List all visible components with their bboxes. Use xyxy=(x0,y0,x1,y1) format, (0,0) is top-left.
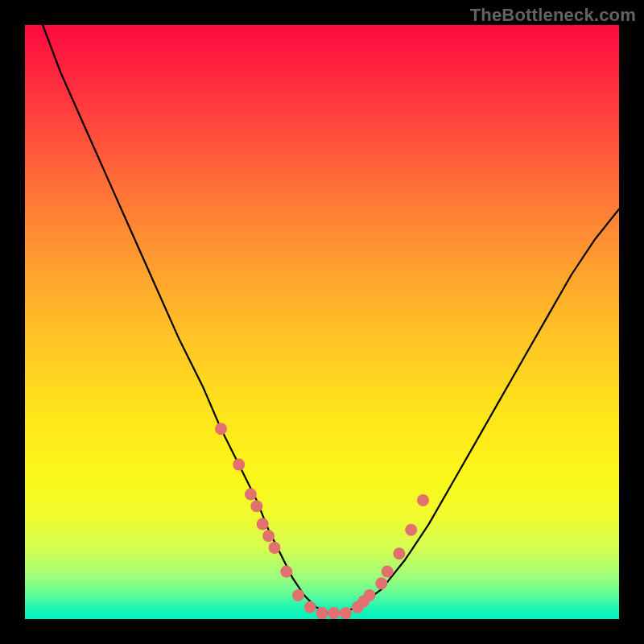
highlight-dot xyxy=(340,607,352,619)
highlight-dot xyxy=(262,530,275,542)
watermark-text: TheBottleneck.com xyxy=(470,5,636,26)
highlight-dot xyxy=(375,577,387,589)
highlight-dot xyxy=(316,607,328,619)
highlight-dot xyxy=(364,589,376,601)
highlight-dot xyxy=(304,601,316,613)
highlight-dots-group xyxy=(215,423,429,619)
highlight-dot xyxy=(292,589,304,601)
highlight-dot xyxy=(250,500,262,512)
bottleneck-curve-line xyxy=(43,25,619,613)
highlight-dot xyxy=(257,518,269,530)
chart-frame: TheBottleneck.com xyxy=(0,0,644,644)
highlight-dot xyxy=(328,607,340,619)
chart-plot-area xyxy=(25,25,619,619)
highlight-dot xyxy=(382,566,394,578)
highlight-dot xyxy=(393,547,405,559)
chart-svg xyxy=(25,25,619,619)
highlight-dot xyxy=(233,459,245,471)
highlight-dot xyxy=(417,494,429,506)
highlight-dot xyxy=(215,423,227,435)
highlight-dot xyxy=(280,566,292,578)
highlight-dot xyxy=(245,489,257,501)
highlight-dot xyxy=(405,524,417,536)
highlight-dot xyxy=(269,542,281,554)
